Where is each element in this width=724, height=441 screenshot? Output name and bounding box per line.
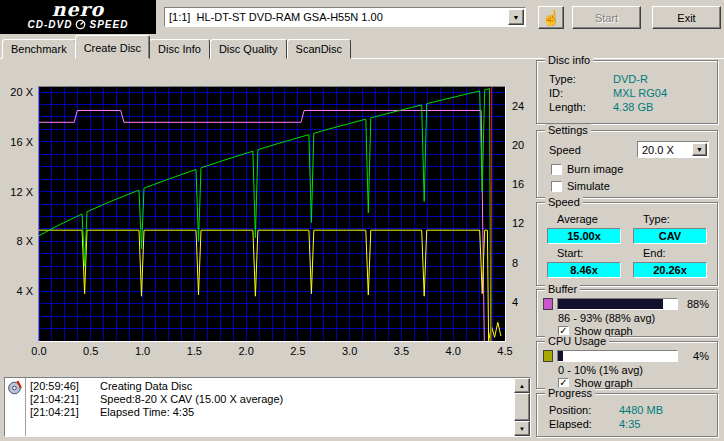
disc-info-group-title: Disc info <box>545 54 593 67</box>
tab-benchmark[interactable]: Benchmark <box>2 39 76 59</box>
settings-group: Settings Speed 20.0 X ▼ Burn image Simul… <box>536 130 718 198</box>
tab-scandisc[interactable]: ScanDisc <box>287 39 351 59</box>
simulate-label: Simulate <box>567 180 610 192</box>
drive-select[interactable]: [1:1] HL-DT-ST DVD-RAM GSA-H55N 1.00 ▼ <box>164 7 526 27</box>
start-label: Start: <box>547 247 621 259</box>
chevron-down-icon: ▼ <box>696 146 703 153</box>
simulate-checkbox[interactable] <box>551 181 562 192</box>
start-speed-value: 8.46x <box>547 262 621 278</box>
x-axis-tick-label: 3.5 <box>389 345 413 357</box>
buffer-legend-chip <box>543 298 553 310</box>
average-label: Average <box>547 213 621 225</box>
x-axis-tick-label: 0.5 <box>79 345 103 357</box>
x-axis-tick-label: 4.0 <box>441 345 465 357</box>
cd-dvd-speed-wordmark: CD-DVD SPEED <box>0 18 156 31</box>
disc-id-row: ID: MXL RG04 <box>537 86 717 100</box>
secondary-speed-line <box>39 230 501 341</box>
x-axis-tick-label: 1.5 <box>182 345 206 357</box>
position-value: 4480 MB <box>619 404 663 416</box>
simulate-row: Simulate <box>537 180 717 192</box>
start-button[interactable]: Start <box>572 6 641 29</box>
write-type-value: CAV <box>633 228 707 244</box>
right-axis-tick-label: 24 <box>512 100 524 112</box>
end-label: End: <box>633 247 707 259</box>
log-timestamp: [21:04:21] <box>30 393 100 406</box>
log-timestamp: [21:04:21] <box>30 406 100 419</box>
drive-select-value: [1:1] HL-DT-ST DVD-RAM GSA-H55N 1.00 <box>165 11 508 23</box>
check-icon: ✓ <box>559 325 567 336</box>
scroll-up-button[interactable]: ▲ <box>514 378 530 393</box>
end-speed-value: 20.26x <box>633 262 707 278</box>
buffer-percent: 88% <box>682 298 709 310</box>
x-axis-tick-label: 3.0 <box>338 345 362 357</box>
drive-select-dropdown-button[interactable]: ▼ <box>508 9 524 25</box>
left-axis-tick-label: 8 X <box>5 235 33 247</box>
chart-grid <box>39 87 505 341</box>
speed-chart <box>38 86 506 342</box>
exit-button[interactable]: Exit <box>652 6 721 29</box>
burn-disc-icon <box>8 380 23 395</box>
speed-select[interactable]: 20.0 X ▼ <box>637 141 709 158</box>
burn-image-checkbox[interactable] <box>551 164 562 175</box>
speed-select-value: 20.0 X <box>638 144 692 156</box>
tab-disc-info[interactable]: Disc Info <box>149 39 210 59</box>
disc-length-row: Length: 4.38 GB <box>537 100 717 114</box>
cpu-range-text: 0 - 10% (1% avg) <box>537 362 717 376</box>
x-axis-tick-label: 2.0 <box>234 345 258 357</box>
cpu-percent: 4% <box>682 350 709 362</box>
x-axis-tick-label: 2.5 <box>286 345 310 357</box>
position-row: Position: 4480 MB <box>537 403 717 417</box>
length-label: Length: <box>549 101 613 113</box>
right-axis-tick-label: 16 <box>512 178 524 190</box>
speed-group-title: Speed <box>545 196 583 209</box>
log-message: Speed:8-20 X CAV (15.00 X average) <box>100 393 283 406</box>
position-label: Position: <box>549 404 619 416</box>
chart-canvas <box>39 87 505 341</box>
right-axis-tick-label: 12 <box>512 217 524 229</box>
elapsed-row: Elapsed: 4:35 <box>537 417 717 431</box>
disc-type-row: Type: DVD-R <box>537 72 717 86</box>
tab-create-disc[interactable]: Create Disc <box>75 35 150 59</box>
nero-wordmark: nero <box>0 0 156 18</box>
cpu-legend-chip <box>543 350 553 362</box>
write-type-label: Type: <box>633 213 707 225</box>
speed-group: Speed Average Type: 15.00x CAV Start: En… <box>536 202 718 286</box>
log-entry: [21:04:21] Elapsed Time: 4:35 <box>30 406 514 419</box>
progress-group-title: Progress <box>545 387 595 400</box>
nero-cd-dvd-speed-window: nero CD-DVD SPEED [1:1] HL-DT-ST DVD-RAM… <box>0 0 724 441</box>
x-axis-tick-label: 1.0 <box>131 345 155 357</box>
disc-length-value: 4.38 GB <box>613 101 653 113</box>
cpu-bar-fill <box>558 351 563 361</box>
log-timestamp: [20:59:46] <box>30 380 100 393</box>
buffer-range-text: 86 - 93% (88% avg) <box>537 310 717 324</box>
left-axis-tick-label: 12 X <box>5 186 33 198</box>
speed-select-dropdown-button[interactable]: ▼ <box>692 143 707 156</box>
burn-image-row: Burn image <box>537 163 717 175</box>
burn-image-label: Burn image <box>567 163 623 175</box>
log-scrollbar[interactable]: ▲ ▼ <box>514 378 530 436</box>
left-axis-tick-label: 4 X <box>5 285 33 297</box>
log-entry: [21:04:21] Speed:8-20 X CAV (15.00 X ave… <box>30 393 514 406</box>
scroll-down-button[interactable]: ▼ <box>514 421 530 436</box>
log-entry: [20:59:46] Creating Data Disc <box>30 380 514 393</box>
buffer-bar <box>557 298 678 310</box>
hand-tool-button[interactable]: ☝ <box>538 6 564 29</box>
type-label: Type: <box>549 73 613 85</box>
tab-disc-quality[interactable]: Disc Quality <box>210 39 287 59</box>
right-axis-tick-label: 8 <box>512 257 518 269</box>
progress-group: Progress Position: 4480 MB Elapsed: 4:35 <box>536 393 718 437</box>
disc-info-group: Disc info Type: DVD-R ID: MXL RG04 Lengt… <box>536 60 718 124</box>
cpu-bar <box>557 350 678 362</box>
log-lines: [20:59:46] Creating Data Disc [21:04:21]… <box>26 378 514 436</box>
disc-type-value: DVD-R <box>613 73 648 85</box>
check-icon: ✓ <box>559 377 567 388</box>
logo-cd-dvd-text: CD-DVD <box>28 18 73 31</box>
x-axis-tick-label: 0.0 <box>27 345 51 357</box>
right-axis-tick-label: 4 <box>512 296 518 308</box>
hand-icon: ☝ <box>542 10 561 25</box>
average-speed-value: 15.00x <box>547 228 621 244</box>
buffer-level-line <box>39 111 484 342</box>
scrollbar-thumb[interactable] <box>514 393 530 421</box>
elapsed-label: Elapsed: <box>549 418 619 430</box>
cpu-usage-group: CPU Usage 4% 0 - 10% (1% avg) ✓ Show gra… <box>536 341 718 389</box>
